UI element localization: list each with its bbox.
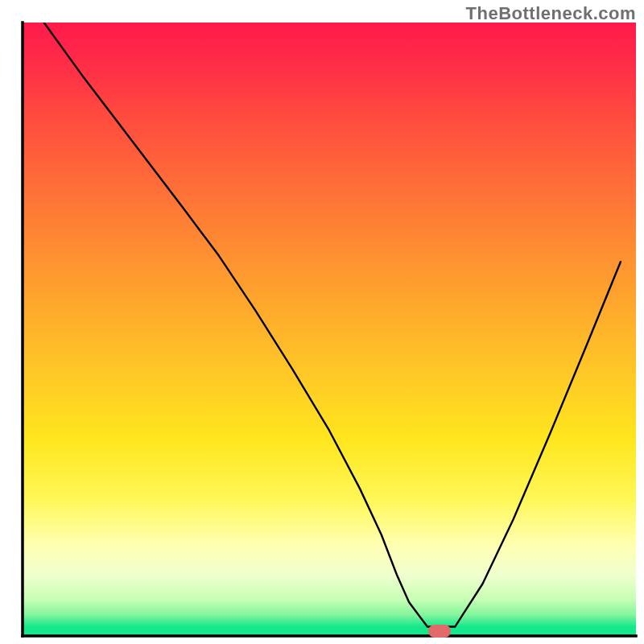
optimal-marker [428, 625, 451, 638]
chart-background-gradient [23, 23, 636, 636]
watermark-text: TheBottleneck.com [466, 3, 636, 24]
bottleneck-chart [0, 0, 644, 644]
chart-container: TheBottleneck.com [0, 0, 644, 644]
